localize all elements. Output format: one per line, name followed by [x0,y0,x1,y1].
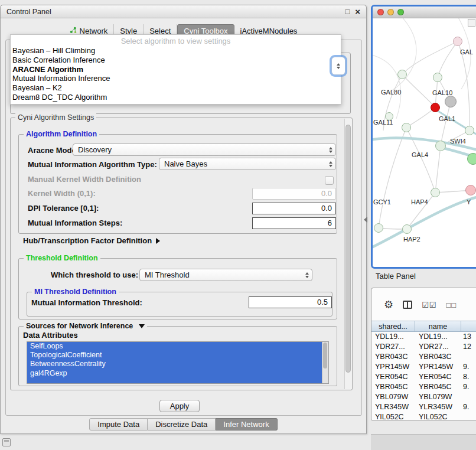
dropdown-prompt: Select algorithm to view settings [11,36,341,46]
manual-kernel-checkbox[interactable] [325,176,334,185]
algorithm-option[interactable]: ARACNE Algorithm [11,65,341,74]
table-cell: YER054C [371,373,415,381]
splitter-handle[interactable] [364,217,367,223]
algorithm-combo-button[interactable] [331,57,345,75]
hub-definition-toggle[interactable]: Hub/Transcription Factor Definition [23,236,160,245]
network-node[interactable] [445,96,457,107]
network-view-window: GALGAL80GAL10GAL11GAL1SWI4GAL4GCY1HAP4YH… [371,5,476,269]
gear-icon[interactable]: ⚙ [384,299,393,310]
combo-arrows-icon [329,161,332,167]
attribute-item[interactable]: gal4RGexp [27,369,328,378]
table-panel-title: Table Panel [376,272,416,281]
aracne-mode-select[interactable]: Discovery [73,144,336,156]
deselect-all-icon[interactable]: □□ [446,301,457,309]
table-row[interactable]: YBR043CYBR043C [371,352,476,362]
algorithm-definition-title: Algorithm Definition [24,130,99,138]
network-node[interactable] [453,37,462,46]
table-row[interactable]: YDL19...YDL19...13 [371,332,476,342]
table-cell: YPR145W [415,363,461,371]
bottom-tab-discretize-data[interactable]: Discretize Data [148,418,216,431]
table-row[interactable]: YER054CYER054C8. [371,372,476,382]
settings-scrollbar[interactable] [344,119,352,389]
zoom-traffic-light[interactable] [397,9,404,15]
column-header[interactable]: name [415,321,461,331]
network-scrollbar-button[interactable] [468,19,475,27]
network-node[interactable] [374,223,383,233]
mi-threshold-label: Mutual Information Threshold: [31,298,142,308]
restore-panel-icon[interactable] [2,438,11,446]
network-window-titlebar[interactable] [373,6,476,18]
which-threshold-value: MI Threshold [145,270,302,279]
table-body: YDL19...YDL19...13YDR27...YDR27...12YBR0… [371,332,476,420]
attribute-item[interactable]: BetweennessCentrality [27,360,328,369]
table-cell: 13 [461,332,476,341]
aracne-mode-value: Discovery [78,145,325,154]
network-node[interactable] [465,126,474,135]
table-cell: YIL052C [371,413,415,420]
algorithm-option[interactable]: Mutual Information Inference [11,74,341,83]
network-node[interactable] [431,103,440,112]
column-header[interactable]: shared... [371,321,415,331]
table-cell: YBR045C [415,383,461,391]
columns-icon[interactable] [403,301,412,309]
sources-toggle[interactable]: Sources for Network Inference [24,322,147,330]
table-cell: YIL052C [415,413,461,420]
network-node[interactable] [465,185,476,195]
manual-kernel-label: Manual Kernel Width Definition [28,175,141,184]
combo-arrows-icon [305,272,309,278]
network-node[interactable] [467,153,476,165]
algorithm-option[interactable]: Bayesian – Hill Climbing [11,46,341,56]
bottom-tab-infer-network[interactable]: Infer Network [216,418,277,431]
table-row[interactable]: YIL052CYIL052C [371,412,476,420]
dpi-tolerance-input[interactable]: 0.0 [252,203,336,214]
kernel-width-input: 0.0 [252,188,336,200]
table-header: shared...name [371,321,476,332]
table-row[interactable]: YPR145WYPR145W9. [371,362,476,372]
network-node[interactable] [435,141,446,151]
table-row[interactable]: YLR345WYLR345W9. [371,402,476,412]
network-node[interactable] [402,224,412,234]
network-node[interactable] [431,188,440,197]
attribute-item[interactable]: TopologicalCoefficient [27,351,328,360]
bottom-tab-label: Impute Data [97,419,139,431]
node-label: SWI4 [450,138,466,145]
table-row[interactable]: YBR045CYBR045C9. [371,381,476,392]
mi-steps-input[interactable]: 6 [252,217,336,229]
float-window-icon[interactable]: □ [345,8,350,15]
table-cell: YBR043C [415,353,461,361]
node-label: Y [467,198,471,206]
close-traffic-light[interactable] [377,9,384,15]
node-label: GAL1 [439,115,455,122]
node-label: HAP2 [403,236,420,243]
network-node[interactable] [402,123,411,132]
which-threshold-select[interactable]: MI Threshold [139,269,312,281]
attribute-item[interactable]: SelfLoops [27,342,328,351]
bottom-tab-bar: Impute DataDiscretize DataInfer Network [1,418,366,431]
algorithm-option[interactable]: Dream8 DC_TDC Algorithm [11,93,341,102]
network-node[interactable] [397,70,407,79]
table-cell: 9. [461,383,476,391]
bottom-tab-impute-data[interactable]: Impute Data [89,418,148,431]
list-scrollbar-thumb[interactable] [323,343,327,369]
mi-threshold-group-title: MI Threshold Definition [32,288,119,296]
table-row[interactable]: YBL079WYBL079W [371,392,476,402]
mi-threshold-input[interactable]: 0.5 [249,296,332,308]
list-scrollbar[interactable] [322,342,328,383]
attribute-list[interactable]: SelfLoopsTopologicalCoefficientBetweenne… [27,341,329,384]
network-node[interactable] [433,73,442,82]
node-label: GAL [460,48,473,56]
table-row[interactable]: YDR27...YDR27...12 [371,342,476,352]
scrollbar-thumb[interactable] [345,125,351,373]
bottom-panel [371,434,476,450]
select-all-icon[interactable]: ☑☑ [422,301,436,309]
network-canvas[interactable]: GALGAL80GAL10GAL11GAL1SWI4GAL4GCY1HAP4YH… [373,18,476,266]
mi-type-select[interactable]: Naive Bayes [159,158,336,170]
algorithm-option[interactable]: Bayesian – K2 [11,83,341,93]
minimize-traffic-light[interactable] [387,9,394,15]
control-panel-titlebar[interactable]: Control Panel □ × [1,5,366,18]
algorithm-option[interactable]: Basic Correlation Inference [11,56,341,65]
apply-button[interactable]: Apply [159,400,200,412]
table-cell: YLR345W [371,403,415,411]
column-header[interactable] [461,321,476,331]
close-icon[interactable]: × [355,7,360,16]
